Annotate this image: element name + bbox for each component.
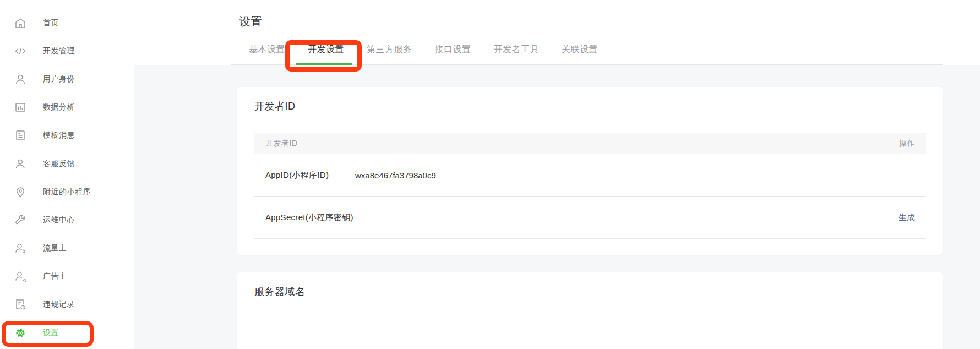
appid-value: wxa8e467fa3798a0c9: [355, 171, 436, 180]
tab-developer-tools[interactable]: 开发者工具: [494, 43, 540, 56]
sidebar-item-label: 模板消息: [43, 130, 75, 140]
sidebar-item-label: 客服反馈: [43, 159, 75, 169]
table-header-row: 开发者ID 操作: [254, 133, 926, 154]
developer-id-card-title: 开发者ID: [254, 100, 296, 113]
user-icon: [14, 73, 27, 86]
server-domain-card-title: 服务器域名: [254, 285, 306, 298]
tab-third-party-service[interactable]: 第三方服务: [367, 43, 412, 56]
sidebar-item-advertiser[interactable]: 广告主: [0, 263, 134, 291]
appsecret-label: AppSecret(小程序密钥): [254, 212, 355, 223]
sidebar-item-home[interactable]: 首页: [0, 9, 134, 37]
sidebar: 首页 开发管理 用户身份 数据分析: [0, 0, 134, 349]
doc-warning-icon: [14, 298, 27, 311]
settings-sidebar-highlight-box: [2, 321, 94, 347]
customer-user-icon: [14, 157, 27, 171]
sidebar-item-customer-feedback[interactable]: 客服反馈: [0, 150, 134, 178]
template-doc-icon: [14, 129, 27, 142]
server-domain-card: 服务器域名: [237, 272, 943, 349]
bar-chart-icon: [14, 101, 27, 114]
sidebar-item-nearby-miniprogram[interactable]: 附近的小程序: [0, 178, 134, 206]
sidebar-item-dev-manage[interactable]: 开发管理: [0, 37, 134, 65]
table-header-left: 开发者ID: [265, 139, 298, 149]
code-icon: [14, 45, 27, 58]
appid-row: AppID(小程序ID) wxa8e467fa3798a0c9: [254, 154, 926, 197]
sidebar-item-ops-center[interactable]: 运维中心: [0, 206, 134, 234]
sidebar-item-label: 运维中心: [43, 215, 75, 225]
sidebar-item-traffic-monetization[interactable]: 流量主: [0, 235, 134, 263]
tab-related-settings[interactable]: 关联设置: [562, 43, 598, 56]
home-icon: [14, 17, 27, 30]
page-title: 设置: [239, 14, 262, 29]
appsecret-row: AppSecret(小程序密钥) 生成: [254, 197, 926, 239]
sidebar-item-label: 附近的小程序: [43, 187, 91, 197]
sidebar-item-label: 用户身份: [43, 74, 75, 84]
table-header-right: 操作: [899, 139, 915, 149]
wrench-icon: [14, 214, 27, 227]
sidebar-item-template-message[interactable]: 模板消息: [0, 122, 134, 150]
tab-api-settings[interactable]: 接口设置: [435, 43, 471, 56]
generate-appsecret-link[interactable]: 生成: [899, 212, 915, 223]
sidebar-item-label: 流量主: [43, 243, 67, 253]
dev-settings-tab-highlight-box: [285, 40, 362, 72]
sidebar-item-label: 首页: [43, 18, 59, 28]
sidebar-item-user-identity[interactable]: 用户身份: [0, 65, 134, 93]
tab-basic-settings[interactable]: 基本设置: [249, 43, 285, 56]
sidebar-item-data-analysis[interactable]: 数据分析: [0, 94, 134, 122]
sidebar-item-label: 开发管理: [43, 46, 75, 56]
sidebar-item-label: 数据分析: [43, 102, 75, 112]
user-yen-icon: [14, 242, 27, 255]
location-pin-icon: [14, 186, 27, 199]
appid-label: AppID(小程序ID): [254, 170, 355, 181]
developer-id-card: 开发者ID 开发者ID 操作 AppID(小程序ID) wxa8e467fa37…: [237, 87, 943, 255]
sidebar-item-violation-record[interactable]: 违规记录: [0, 291, 134, 319]
user-ad-icon: [14, 270, 27, 283]
sidebar-item-label: 违规记录: [43, 299, 75, 309]
sidebar-item-label: 广告主: [43, 271, 67, 281]
